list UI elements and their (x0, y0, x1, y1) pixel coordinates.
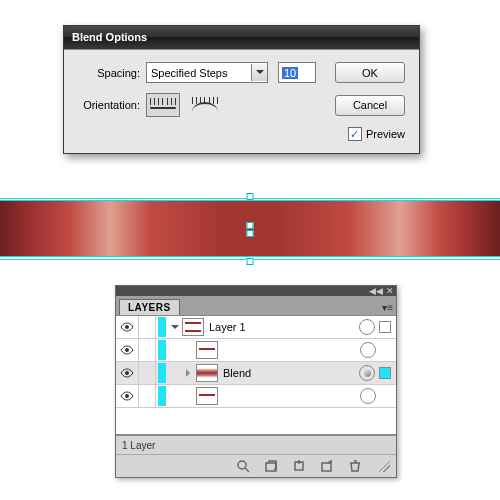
orientation-horizontal-icon[interactable] (146, 93, 180, 117)
layer-color-chip (158, 317, 166, 337)
layers-tab[interactable]: LAYERS (119, 299, 180, 315)
svg-rect-5 (266, 463, 276, 471)
lock-column[interactable] (139, 385, 156, 407)
svg-point-2 (125, 371, 129, 375)
layer-thumbnail (182, 318, 204, 336)
layer-row[interactable] (116, 339, 396, 362)
svg-point-4 (238, 461, 246, 469)
svg-point-3 (125, 394, 129, 398)
layers-panel: ◀◀ ✕ LAYERS ▾≡ Layer 1Blend 1 Layer (115, 285, 397, 478)
dialog-title: Blend Options (64, 26, 419, 49)
steps-value[interactable]: 10 (282, 67, 298, 79)
layer-thumbnail (196, 341, 218, 359)
layer-color-chip (158, 386, 166, 406)
ok-button[interactable]: OK (335, 62, 405, 83)
visibility-icon[interactable] (116, 316, 139, 338)
layer-row[interactable]: Layer 1 (116, 316, 396, 339)
layer-thumbnail (196, 387, 218, 405)
lock-column[interactable] (139, 362, 156, 384)
selection-handle[interactable] (247, 230, 254, 237)
steps-input[interactable]: 10 (278, 62, 316, 83)
panel-menu-icon[interactable]: ▾≡ (382, 302, 393, 315)
layer-row[interactable]: Blend (116, 362, 396, 385)
svg-point-1 (125, 348, 129, 352)
lock-column[interactable] (139, 339, 156, 361)
selection-handle[interactable] (247, 258, 254, 265)
selection-handle[interactable] (247, 193, 254, 200)
canvas-artwork (0, 200, 500, 260)
spacing-value[interactable] (147, 64, 251, 81)
panel-collapse-icon[interactable]: ◀◀ (369, 286, 383, 296)
spacing-dropdown[interactable] (146, 62, 268, 83)
blend-options-dialog: Blend Options Spacing: 10 OK Orientation… (63, 25, 420, 154)
panel-close-icon[interactable]: ✕ (386, 286, 394, 296)
layer-status: 1 Layer (116, 435, 396, 454)
visibility-icon[interactable] (116, 362, 139, 384)
layer-name[interactable]: Layer 1 (209, 321, 359, 333)
lock-column[interactable] (139, 316, 156, 338)
visibility-icon[interactable] (116, 385, 139, 407)
spacing-label: Spacing: (74, 67, 140, 79)
orientation-path-icon[interactable] (188, 93, 222, 117)
orientation-label: Orientation: (74, 99, 140, 111)
panel-resize-icon[interactable] (378, 460, 390, 472)
layer-color-chip (158, 340, 166, 360)
layer-color-chip (158, 363, 166, 383)
dropdown-arrow-icon[interactable] (251, 64, 267, 81)
layer-name[interactable]: Blend (223, 367, 359, 379)
target-icon[interactable] (359, 365, 375, 381)
svg-point-0 (125, 325, 129, 329)
target-icon[interactable] (360, 388, 376, 404)
new-sublayer-icon[interactable] (290, 458, 308, 474)
new-layer-icon[interactable] (318, 458, 336, 474)
selection-handle[interactable] (247, 222, 254, 229)
selection-indicator[interactable] (379, 321, 391, 333)
preview-checkbox[interactable] (348, 127, 362, 141)
target-icon[interactable] (360, 342, 376, 358)
locate-object-icon[interactable] (234, 458, 252, 474)
make-clipping-mask-icon[interactable] (262, 458, 280, 474)
cancel-button[interactable]: Cancel (335, 95, 405, 116)
visibility-icon[interactable] (116, 339, 139, 361)
layer-row[interactable] (116, 385, 396, 408)
delete-layer-icon[interactable] (346, 458, 364, 474)
layer-list: Layer 1Blend (116, 315, 396, 435)
layer-thumbnail (196, 364, 218, 382)
preview-label: Preview (366, 128, 405, 140)
svg-rect-7 (322, 463, 331, 471)
target-icon[interactable] (359, 319, 375, 335)
selection-indicator[interactable] (379, 367, 391, 379)
